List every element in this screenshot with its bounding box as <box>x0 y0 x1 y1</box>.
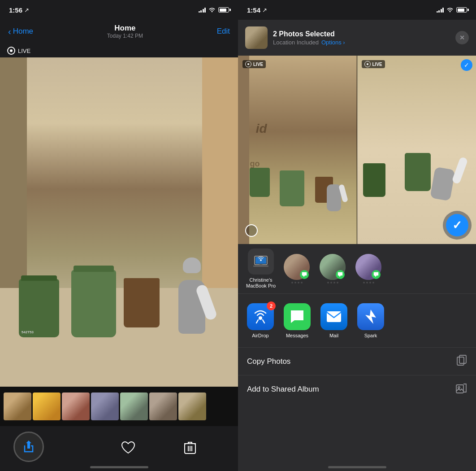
location-label: Location Included <box>273 39 319 46</box>
spark-label: Spark <box>364 333 377 338</box>
wifi-icon <box>208 7 216 13</box>
photos-selected-label: 2 Photos Selected <box>273 30 450 38</box>
svg-rect-8 <box>253 266 268 267</box>
app-share-row: 2 AirDrop Messages Mail <box>238 293 476 347</box>
preview-photo-left[interactable]: id go LIVE <box>238 56 357 244</box>
svg-line-11 <box>256 320 258 323</box>
right-wifi-icon <box>446 7 454 13</box>
airdrop-label: AirDrop <box>252 333 268 338</box>
mail-app-icon <box>320 303 347 330</box>
back-label: Home <box>13 27 33 36</box>
dog-body <box>169 257 214 347</box>
thumbnail-1[interactable] <box>4 392 31 420</box>
contact-macbook[interactable]: Christine'sMacBook Pro <box>245 249 277 289</box>
contact-dots-2 <box>291 282 303 283</box>
nav-title: Home Today 1:42 PM <box>107 24 143 39</box>
copy-photos-row[interactable]: Copy Photos <box>238 347 476 375</box>
contact-4[interactable] <box>353 254 384 283</box>
message-icon <box>302 272 307 277</box>
messages-app-icon <box>284 303 311 330</box>
contact-3[interactable] <box>317 254 348 283</box>
home-indicator <box>90 466 148 468</box>
options-button[interactable]: Options › <box>321 39 345 46</box>
share-button[interactable] <box>13 432 44 462</box>
share-thumb <box>245 26 268 49</box>
right-status-bar: 1:54 ↗ <box>238 0 476 20</box>
nav-title-sub: Today 1:42 PM <box>107 33 143 39</box>
app-spark[interactable]: Spark <box>355 303 386 338</box>
live-dot-icon <box>7 47 15 55</box>
thumbnail-strip <box>0 387 238 426</box>
contact-dots-4 <box>363 282 374 283</box>
messages-badge-3 <box>336 270 345 279</box>
airdrop-badge: 2 <box>267 301 276 310</box>
copy-icon <box>456 354 467 366</box>
small-check-icon: ✓ <box>461 59 472 71</box>
contact-name-macbook: Christine'sMacBook Pro <box>246 277 276 289</box>
message-icon-3 <box>373 272 379 277</box>
thumbnail-4[interactable] <box>91 392 119 420</box>
thumbnail-7[interactable] <box>178 392 206 420</box>
right-location-icon: ↗ <box>262 7 267 13</box>
mail-label: Mail <box>329 333 338 338</box>
airdrop-waves-icon <box>252 308 269 325</box>
app-messages[interactable]: Messages <box>282 303 312 338</box>
spark-app-icon <box>357 303 384 330</box>
close-button[interactable]: ✕ <box>455 31 469 44</box>
nav-title-main: Home <box>107 24 143 33</box>
live-badge-right: LIVE <box>362 60 385 68</box>
svg-point-17 <box>458 387 460 388</box>
svg-rect-15 <box>459 355 466 363</box>
trash-bin-2 <box>71 270 116 337</box>
right-status-icons <box>437 7 467 13</box>
trash-bin-3 <box>124 278 160 327</box>
album-icon <box>455 382 467 394</box>
right-signal-bars-icon <box>437 7 444 13</box>
copy-photos-icon <box>456 354 467 369</box>
photos-preview: id go LIVE LIVE <box>238 56 476 244</box>
share-info: 2 Photos Selected Location Included Opti… <box>273 30 450 46</box>
r2-dog <box>428 148 464 206</box>
edit-button[interactable]: Edit <box>217 27 230 36</box>
left-status-icons <box>199 7 229 13</box>
share-subtitle: Location Included Options › <box>273 39 450 46</box>
select-circle-left[interactable] <box>245 224 258 237</box>
main-photo: 542T53 <box>0 57 238 387</box>
select-circle-checked[interactable]: ✓ <box>443 211 472 240</box>
svg-rect-16 <box>456 385 463 393</box>
heart-button[interactable] <box>121 441 135 456</box>
share-icon <box>22 440 35 454</box>
messages-badge-4 <box>372 270 381 279</box>
svg-rect-14 <box>457 357 464 365</box>
add-to-shared-album-row[interactable]: Add to Shared Album <box>238 375 476 403</box>
svg-point-9 <box>260 259 262 261</box>
contacts-row: Christine'sMacBook Pro <box>238 244 476 293</box>
delete-button[interactable] <box>184 441 196 456</box>
messages-badge-2 <box>300 270 309 279</box>
live-text-right: LIVE <box>372 62 382 67</box>
right-home-indicator <box>328 466 386 468</box>
macbook-avatar <box>248 249 274 275</box>
thumbnail-3[interactable] <box>62 392 90 420</box>
app-airdrop[interactable]: 2 AirDrop <box>245 303 276 338</box>
small-dog <box>322 171 347 216</box>
thumbnail-5[interactable] <box>120 392 148 420</box>
thumbnail-6[interactable] <box>149 392 177 420</box>
contact-2[interactable] <box>281 254 312 283</box>
message-icon-2 <box>338 272 343 277</box>
airdrop-app-icon: 2 <box>247 303 274 330</box>
thumbnail-2[interactable] <box>33 392 61 420</box>
preview-photo-right[interactable]: LIVE ✓ ✓ <box>357 56 476 244</box>
add-shared-album-label: Add to Shared Album <box>247 385 319 394</box>
signal-bars-icon <box>199 7 206 13</box>
right-time: 1:54 <box>247 6 260 14</box>
back-button[interactable]: ‹ Home <box>8 26 33 37</box>
live-text-left: LIVE <box>253 62 263 67</box>
app-mail[interactable]: Mail <box>319 303 349 338</box>
bottom-toolbar <box>0 426 238 471</box>
right-battery-icon <box>456 7 467 13</box>
live-badge-left: LIVE <box>242 60 266 68</box>
trash-bin-1 <box>19 279 59 337</box>
contact-dots-3 <box>327 282 338 283</box>
messages-label: Messages <box>286 333 308 338</box>
